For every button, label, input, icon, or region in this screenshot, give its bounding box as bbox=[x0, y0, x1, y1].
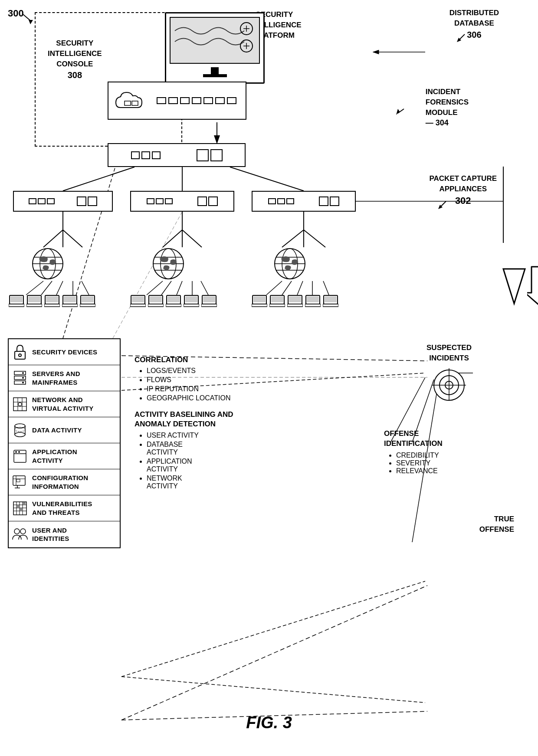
main-router bbox=[108, 143, 246, 167]
svg-marker-53 bbox=[396, 109, 400, 115]
ifm-arrow-icon bbox=[396, 107, 406, 115]
svg-line-16 bbox=[282, 230, 304, 247]
svg-point-165 bbox=[20, 529, 26, 534]
svg-line-20 bbox=[41, 281, 52, 295]
svg-point-130 bbox=[22, 377, 24, 379]
svg-rect-89 bbox=[64, 296, 76, 302]
vulnerabilities-grid-icon bbox=[12, 501, 28, 516]
svg-rect-81 bbox=[9, 304, 24, 307]
svg-rect-101 bbox=[167, 296, 180, 302]
true-offense-label: TRUEOFFENSE bbox=[384, 514, 514, 535]
svg-rect-102 bbox=[166, 304, 181, 307]
svg-line-6 bbox=[230, 167, 304, 191]
svg-rect-63 bbox=[132, 101, 138, 105]
svg-line-13 bbox=[163, 230, 182, 247]
svg-rect-62 bbox=[125, 101, 131, 105]
svg-line-29 bbox=[266, 281, 282, 295]
laptop-row-center bbox=[130, 295, 217, 307]
svg-rect-110 bbox=[253, 296, 266, 302]
svg-rect-92 bbox=[82, 296, 94, 302]
offense-identification-title: OFFENSEIDENTIFICATION bbox=[384, 429, 514, 449]
offense-identification-area: OFFENSEIDENTIFICATION CREDIBILITY SEVERI… bbox=[384, 429, 514, 475]
right-analysis-area: SUSPECTEDINCIDENTS OFFENSEIDENTIFICATION… bbox=[384, 343, 514, 535]
configuration-monitor-icon bbox=[12, 475, 28, 490]
svg-line-21 bbox=[56, 281, 63, 295]
target-icon bbox=[432, 368, 466, 403]
svg-rect-86 bbox=[46, 296, 58, 302]
svg-rect-113 bbox=[271, 296, 283, 302]
correlation-title: CORRELATION bbox=[134, 356, 299, 364]
svg-rect-119 bbox=[307, 296, 319, 302]
laptop-row-left bbox=[9, 295, 95, 307]
sub-router-right bbox=[252, 191, 356, 212]
sub-router-center bbox=[130, 191, 234, 212]
target-container bbox=[384, 368, 514, 403]
legend-item-servers-mainframes: SERVERS AND MAINFRAMES bbox=[9, 365, 120, 391]
svg-rect-98 bbox=[150, 296, 162, 302]
ab-item-network: NETWORKACTIVITY bbox=[147, 475, 299, 490]
oi-severity: SEVERITY bbox=[396, 459, 514, 467]
svg-point-164 bbox=[14, 529, 20, 534]
svg-marker-124 bbox=[527, 267, 538, 308]
svg-line-12 bbox=[63, 230, 82, 247]
server-icon bbox=[12, 370, 28, 386]
application-window-icon bbox=[12, 448, 28, 464]
vulnerabilities-label: VULNERABILITIESAND THREATS bbox=[32, 500, 92, 517]
svg-marker-39 bbox=[503, 269, 525, 304]
corr-item-logs: LOGS/EVENTS bbox=[147, 367, 299, 375]
incident-forensics-module-label: INCIDENTFORENSICSMODULE — 304 bbox=[426, 87, 469, 129]
svg-point-142 bbox=[15, 432, 25, 437]
activity-baselining-title: ACTIVITY BASELINING ANDANOMALY DETECTION bbox=[134, 410, 299, 429]
svg-rect-90 bbox=[62, 304, 78, 307]
svg-line-38 bbox=[121, 677, 425, 703]
network-virtual-label: NETWORK ANDVIRTUAL ACTIVITY bbox=[32, 396, 93, 412]
oi-credibility: CREDIBILITY bbox=[396, 452, 514, 459]
svg-rect-116 bbox=[289, 296, 301, 302]
svg-line-23 bbox=[82, 281, 89, 295]
svg-rect-129 bbox=[14, 376, 26, 380]
svg-rect-148 bbox=[13, 476, 25, 485]
users-icon bbox=[12, 527, 28, 542]
svg-rect-87 bbox=[44, 304, 60, 307]
network-grid-icon bbox=[12, 396, 28, 412]
figure-label: FIG. 3 bbox=[246, 713, 292, 732]
svg-point-132 bbox=[22, 382, 24, 383]
svg-rect-96 bbox=[130, 304, 146, 307]
legend-item-vulnerabilities: VULNERABILITIESAND THREATS bbox=[9, 495, 120, 521]
svg-rect-122 bbox=[325, 296, 337, 302]
sic-dashed-box bbox=[35, 12, 182, 147]
monitor-display bbox=[165, 12, 265, 84]
legend-item-configuration: CONFIGURATIONINFORMATION bbox=[9, 469, 120, 495]
svg-point-147 bbox=[18, 451, 20, 453]
legend-item-user-identities: USER ANDIDENTITIES bbox=[9, 521, 120, 547]
laptop-row-right bbox=[252, 295, 338, 307]
svg-rect-111 bbox=[252, 304, 267, 307]
svg-point-146 bbox=[15, 451, 17, 453]
legend-item-security-devices: SECURITY DEVICES bbox=[9, 339, 120, 365]
svg-rect-80 bbox=[10, 296, 23, 302]
svg-rect-162 bbox=[20, 508, 23, 511]
svg-rect-163 bbox=[23, 502, 26, 505]
svg-line-24 bbox=[147, 281, 163, 295]
legend-panel: SECURITY DEVICES SERVERS AND MAINFRAMES bbox=[8, 338, 121, 548]
svg-line-18 bbox=[304, 230, 325, 247]
ab-item-database: DATABASEACTIVITY bbox=[147, 441, 299, 456]
svg-rect-131 bbox=[14, 381, 26, 384]
svg-line-34 bbox=[63, 147, 121, 338]
correlation-area: CORRELATION LOGS/EVENTS FLOWS IP REPUTAT… bbox=[134, 356, 299, 498]
svg-line-173 bbox=[121, 586, 427, 720]
distributed-database-arrow-icon bbox=[457, 33, 466, 42]
ab-item-application: APPLICATIONACTIVITY bbox=[147, 458, 299, 473]
oi-relevance: RELEVANCE bbox=[396, 467, 514, 475]
data-activity-label: DATA ACTIVITY bbox=[32, 426, 82, 435]
user-identities-label: USER ANDIDENTITIES bbox=[32, 526, 69, 543]
arrow-300-icon bbox=[21, 12, 34, 25]
svg-line-25 bbox=[161, 281, 171, 295]
svg-rect-83 bbox=[28, 296, 40, 302]
cloud-icon bbox=[114, 88, 148, 113]
svg-line-30 bbox=[282, 281, 292, 295]
ifm-ref: 304 bbox=[436, 118, 449, 127]
ab-item-user: USER ACTIVITY bbox=[147, 432, 299, 439]
application-activity-label: APPLICATIONACTIVITY bbox=[32, 448, 77, 465]
svg-rect-107 bbox=[203, 296, 215, 302]
